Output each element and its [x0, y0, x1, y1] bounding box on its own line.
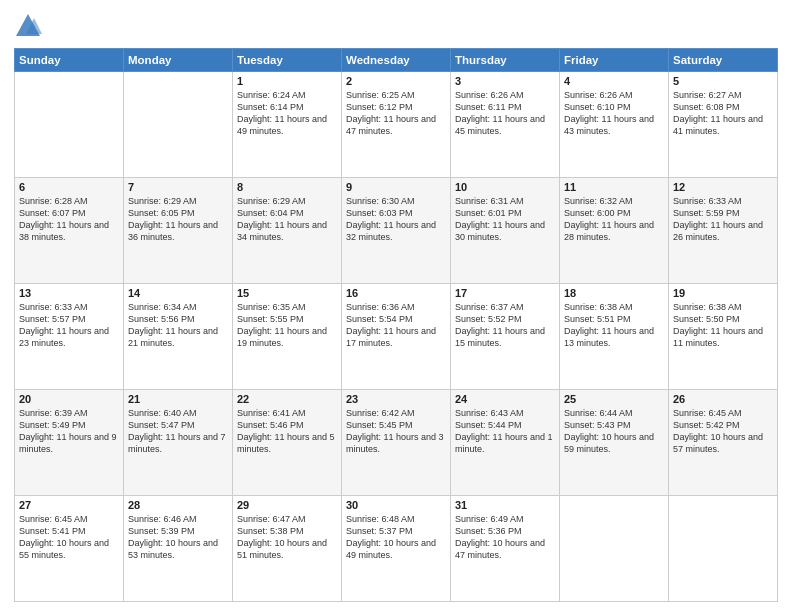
day-number: 12 [673, 181, 773, 193]
calendar-table: SundayMondayTuesdayWednesdayThursdayFrid… [14, 48, 778, 602]
calendar-cell: 21Sunrise: 6:40 AM Sunset: 5:47 PM Dayli… [124, 390, 233, 496]
calendar-header-sunday: Sunday [15, 49, 124, 72]
calendar-cell: 8Sunrise: 6:29 AM Sunset: 6:04 PM Daylig… [233, 178, 342, 284]
day-info: Sunrise: 6:29 AM Sunset: 6:04 PM Dayligh… [237, 195, 337, 244]
calendar-week-row: 1Sunrise: 6:24 AM Sunset: 6:14 PM Daylig… [15, 72, 778, 178]
day-info: Sunrise: 6:43 AM Sunset: 5:44 PM Dayligh… [455, 407, 555, 456]
day-info: Sunrise: 6:32 AM Sunset: 6:00 PM Dayligh… [564, 195, 664, 244]
calendar-cell: 28Sunrise: 6:46 AM Sunset: 5:39 PM Dayli… [124, 496, 233, 602]
day-info: Sunrise: 6:44 AM Sunset: 5:43 PM Dayligh… [564, 407, 664, 456]
day-info: Sunrise: 6:45 AM Sunset: 5:42 PM Dayligh… [673, 407, 773, 456]
calendar-cell: 2Sunrise: 6:25 AM Sunset: 6:12 PM Daylig… [342, 72, 451, 178]
calendar-cell: 11Sunrise: 6:32 AM Sunset: 6:00 PM Dayli… [560, 178, 669, 284]
day-info: Sunrise: 6:34 AM Sunset: 5:56 PM Dayligh… [128, 301, 228, 350]
calendar-cell: 25Sunrise: 6:44 AM Sunset: 5:43 PM Dayli… [560, 390, 669, 496]
day-info: Sunrise: 6:41 AM Sunset: 5:46 PM Dayligh… [237, 407, 337, 456]
day-number: 5 [673, 75, 773, 87]
calendar-cell: 9Sunrise: 6:30 AM Sunset: 6:03 PM Daylig… [342, 178, 451, 284]
calendar-cell: 15Sunrise: 6:35 AM Sunset: 5:55 PM Dayli… [233, 284, 342, 390]
day-number: 8 [237, 181, 337, 193]
day-number: 24 [455, 393, 555, 405]
day-number: 21 [128, 393, 228, 405]
day-number: 23 [346, 393, 446, 405]
calendar-cell: 24Sunrise: 6:43 AM Sunset: 5:44 PM Dayli… [451, 390, 560, 496]
day-number: 20 [19, 393, 119, 405]
day-info: Sunrise: 6:35 AM Sunset: 5:55 PM Dayligh… [237, 301, 337, 350]
day-info: Sunrise: 6:42 AM Sunset: 5:45 PM Dayligh… [346, 407, 446, 456]
day-info: Sunrise: 6:38 AM Sunset: 5:50 PM Dayligh… [673, 301, 773, 350]
day-info: Sunrise: 6:28 AM Sunset: 6:07 PM Dayligh… [19, 195, 119, 244]
day-number: 25 [564, 393, 664, 405]
day-number: 3 [455, 75, 555, 87]
calendar-cell: 5Sunrise: 6:27 AM Sunset: 6:08 PM Daylig… [669, 72, 778, 178]
calendar-week-row: 20Sunrise: 6:39 AM Sunset: 5:49 PM Dayli… [15, 390, 778, 496]
day-number: 1 [237, 75, 337, 87]
calendar-week-row: 6Sunrise: 6:28 AM Sunset: 6:07 PM Daylig… [15, 178, 778, 284]
day-number: 31 [455, 499, 555, 511]
day-info: Sunrise: 6:25 AM Sunset: 6:12 PM Dayligh… [346, 89, 446, 138]
page: SundayMondayTuesdayWednesdayThursdayFrid… [0, 0, 792, 612]
day-info: Sunrise: 6:40 AM Sunset: 5:47 PM Dayligh… [128, 407, 228, 456]
calendar-cell: 13Sunrise: 6:33 AM Sunset: 5:57 PM Dayli… [15, 284, 124, 390]
calendar-cell [15, 72, 124, 178]
calendar-cell: 1Sunrise: 6:24 AM Sunset: 6:14 PM Daylig… [233, 72, 342, 178]
calendar-cell: 27Sunrise: 6:45 AM Sunset: 5:41 PM Dayli… [15, 496, 124, 602]
day-info: Sunrise: 6:48 AM Sunset: 5:37 PM Dayligh… [346, 513, 446, 562]
day-info: Sunrise: 6:24 AM Sunset: 6:14 PM Dayligh… [237, 89, 337, 138]
logo-icon [14, 12, 42, 40]
calendar-header-monday: Monday [124, 49, 233, 72]
calendar-header-wednesday: Wednesday [342, 49, 451, 72]
day-number: 10 [455, 181, 555, 193]
day-info: Sunrise: 6:27 AM Sunset: 6:08 PM Dayligh… [673, 89, 773, 138]
day-info: Sunrise: 6:26 AM Sunset: 6:11 PM Dayligh… [455, 89, 555, 138]
day-number: 27 [19, 499, 119, 511]
calendar-cell: 30Sunrise: 6:48 AM Sunset: 5:37 PM Dayli… [342, 496, 451, 602]
calendar-cell: 17Sunrise: 6:37 AM Sunset: 5:52 PM Dayli… [451, 284, 560, 390]
calendar-cell: 3Sunrise: 6:26 AM Sunset: 6:11 PM Daylig… [451, 72, 560, 178]
day-info: Sunrise: 6:47 AM Sunset: 5:38 PM Dayligh… [237, 513, 337, 562]
day-info: Sunrise: 6:36 AM Sunset: 5:54 PM Dayligh… [346, 301, 446, 350]
day-info: Sunrise: 6:31 AM Sunset: 6:01 PM Dayligh… [455, 195, 555, 244]
calendar-cell: 12Sunrise: 6:33 AM Sunset: 5:59 PM Dayli… [669, 178, 778, 284]
day-info: Sunrise: 6:39 AM Sunset: 5:49 PM Dayligh… [19, 407, 119, 456]
calendar-header-row: SundayMondayTuesdayWednesdayThursdayFrid… [15, 49, 778, 72]
day-number: 4 [564, 75, 664, 87]
calendar-header-saturday: Saturday [669, 49, 778, 72]
calendar-cell: 20Sunrise: 6:39 AM Sunset: 5:49 PM Dayli… [15, 390, 124, 496]
day-number: 9 [346, 181, 446, 193]
calendar-cell: 14Sunrise: 6:34 AM Sunset: 5:56 PM Dayli… [124, 284, 233, 390]
day-info: Sunrise: 6:33 AM Sunset: 5:57 PM Dayligh… [19, 301, 119, 350]
day-number: 16 [346, 287, 446, 299]
calendar-cell: 19Sunrise: 6:38 AM Sunset: 5:50 PM Dayli… [669, 284, 778, 390]
calendar-header-tuesday: Tuesday [233, 49, 342, 72]
calendar-cell: 7Sunrise: 6:29 AM Sunset: 6:05 PM Daylig… [124, 178, 233, 284]
day-info: Sunrise: 6:45 AM Sunset: 5:41 PM Dayligh… [19, 513, 119, 562]
calendar-cell: 6Sunrise: 6:28 AM Sunset: 6:07 PM Daylig… [15, 178, 124, 284]
calendar-cell: 16Sunrise: 6:36 AM Sunset: 5:54 PM Dayli… [342, 284, 451, 390]
day-info: Sunrise: 6:38 AM Sunset: 5:51 PM Dayligh… [564, 301, 664, 350]
day-number: 13 [19, 287, 119, 299]
day-number: 26 [673, 393, 773, 405]
day-number: 19 [673, 287, 773, 299]
day-number: 14 [128, 287, 228, 299]
calendar-cell: 29Sunrise: 6:47 AM Sunset: 5:38 PM Dayli… [233, 496, 342, 602]
calendar-week-row: 13Sunrise: 6:33 AM Sunset: 5:57 PM Dayli… [15, 284, 778, 390]
day-info: Sunrise: 6:26 AM Sunset: 6:10 PM Dayligh… [564, 89, 664, 138]
calendar-cell: 23Sunrise: 6:42 AM Sunset: 5:45 PM Dayli… [342, 390, 451, 496]
day-number: 17 [455, 287, 555, 299]
calendar-cell: 26Sunrise: 6:45 AM Sunset: 5:42 PM Dayli… [669, 390, 778, 496]
calendar-cell: 31Sunrise: 6:49 AM Sunset: 5:36 PM Dayli… [451, 496, 560, 602]
calendar-week-row: 27Sunrise: 6:45 AM Sunset: 5:41 PM Dayli… [15, 496, 778, 602]
calendar-header-thursday: Thursday [451, 49, 560, 72]
day-number: 30 [346, 499, 446, 511]
day-number: 11 [564, 181, 664, 193]
day-number: 29 [237, 499, 337, 511]
header [14, 12, 778, 40]
calendar-cell [124, 72, 233, 178]
day-info: Sunrise: 6:33 AM Sunset: 5:59 PM Dayligh… [673, 195, 773, 244]
day-number: 6 [19, 181, 119, 193]
calendar-cell: 4Sunrise: 6:26 AM Sunset: 6:10 PM Daylig… [560, 72, 669, 178]
day-info: Sunrise: 6:29 AM Sunset: 6:05 PM Dayligh… [128, 195, 228, 244]
day-number: 18 [564, 287, 664, 299]
logo [14, 12, 46, 40]
